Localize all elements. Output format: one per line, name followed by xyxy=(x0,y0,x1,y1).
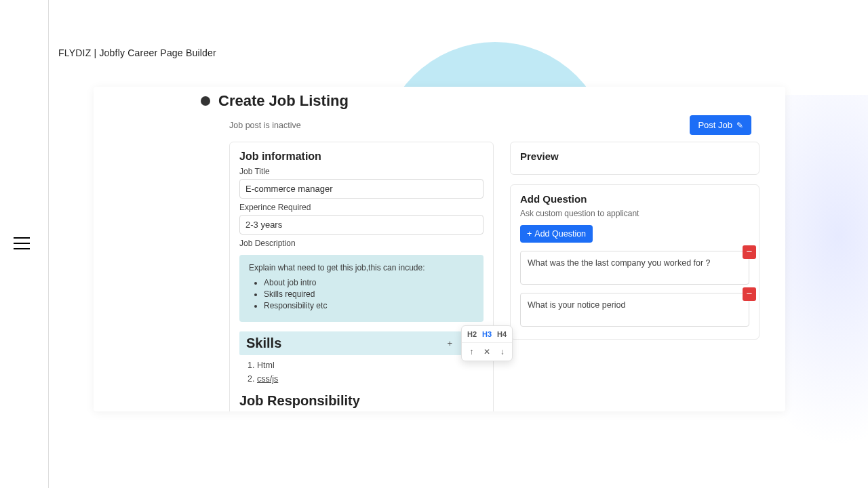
hint-item: Responsibility etc xyxy=(264,301,474,310)
heading-h4-button[interactable]: H4 xyxy=(497,330,507,338)
heading-h2-button[interactable]: H2 xyxy=(467,330,477,338)
hint-item: Skills required xyxy=(264,289,474,299)
job-title-label: Job Title xyxy=(239,167,484,176)
menu-icon[interactable] xyxy=(14,237,30,251)
plus-icon: + xyxy=(527,229,532,239)
job-information-card: Job information Job Title Experince Requ… xyxy=(229,142,494,411)
preview-heading: Preview xyxy=(520,150,749,162)
skill-item: Html xyxy=(257,361,478,370)
add-question-button[interactable]: + Add Question xyxy=(520,225,593,243)
move-down-icon[interactable]: ↓ xyxy=(500,347,505,357)
plus-icon[interactable]: + xyxy=(447,338,452,348)
job-info-heading: Job information xyxy=(239,150,484,163)
pencil-icon: ✎ xyxy=(736,121,743,130)
preview-card[interactable]: Preview xyxy=(510,142,760,175)
hint-item: About job intro xyxy=(264,278,474,287)
question-input[interactable]: What was the the last company you worked… xyxy=(520,251,749,285)
status-row: Job post is inactive Post Job ✎ xyxy=(94,113,785,142)
experience-label: Experince Required xyxy=(239,203,484,212)
skills-heading-row[interactable]: Skills + ⋮⋮ xyxy=(239,331,484,355)
add-question-button-label: Add Question xyxy=(534,229,586,239)
remove-question-button[interactable]: − xyxy=(743,245,756,259)
add-question-card: Add Question Ask custom question to appl… xyxy=(510,184,760,340)
description-hint-intro: Explain what need to get this job,this c… xyxy=(249,263,425,272)
gear-icon xyxy=(202,98,209,104)
responsibility-heading: Job Responsibility xyxy=(239,393,484,409)
skills-block: Skills + ⋮⋮ Html css/js xyxy=(239,331,484,384)
remove-question-button[interactable]: − xyxy=(743,287,756,301)
page-title: Create Job Listing xyxy=(218,92,349,110)
move-up-icon[interactable]: ↑ xyxy=(469,347,473,357)
brand-text: FLYDIZ | Jobfly Career Page Builder xyxy=(58,47,216,58)
app-window: Create Job Listing Job post is inactive … xyxy=(94,87,785,411)
heading-h3-button[interactable]: H3 xyxy=(482,330,492,338)
question-input[interactable]: What is your notice period xyxy=(520,293,749,327)
post-job-label: Post Job xyxy=(698,120,732,130)
job-description-label: Job Description xyxy=(239,239,484,248)
job-status-text: Job post is inactive xyxy=(229,121,301,130)
window-header: Create Job Listing xyxy=(94,87,785,113)
add-question-heading: Add Question xyxy=(520,193,749,205)
post-job-button[interactable]: Post Job ✎ xyxy=(690,115,751,135)
delete-icon[interactable]: ✕ xyxy=(484,347,490,357)
left-rail xyxy=(0,0,49,488)
heading-toolbar: H2 H3 H4 ↑ ✕ ↓ xyxy=(461,325,513,361)
description-hint-box: Explain what need to get this job,this c… xyxy=(239,255,484,322)
add-question-subtext: Ask custom question to applicant xyxy=(520,209,749,218)
experience-input[interactable] xyxy=(239,215,484,235)
question-row: − What is your notice period xyxy=(520,293,749,327)
job-title-input[interactable] xyxy=(239,179,484,199)
skills-heading: Skills xyxy=(246,336,281,351)
skill-item: css/js xyxy=(257,374,478,384)
question-row: − What was the the last company you work… xyxy=(520,251,749,285)
